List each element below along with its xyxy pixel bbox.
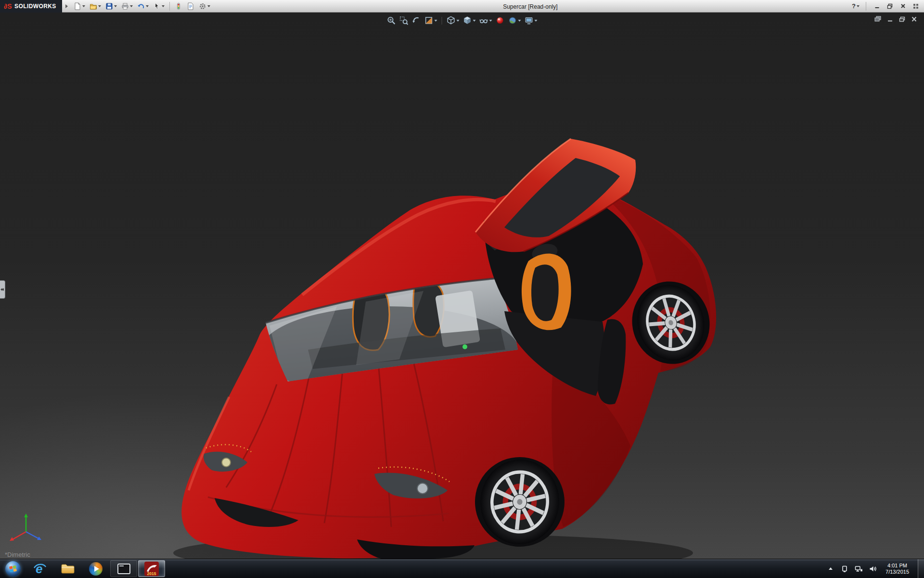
taskbar-items: e 2015 <box>26 559 166 578</box>
edit-appearance-button[interactable] <box>494 15 506 26</box>
chevron-down-icon[interactable] <box>146 5 149 7</box>
view-settings-monitor-icon <box>525 16 534 25</box>
chevron-down-icon[interactable] <box>518 20 521 22</box>
selection-highlight <box>462 344 467 349</box>
close-button[interactable] <box>898 2 907 11</box>
taskbar-item-solidworks-2015[interactable]: 2015 <box>138 560 165 577</box>
toolbar-separator <box>442 17 442 25</box>
section-view-button[interactable] <box>423 15 439 26</box>
taskbar-clock[interactable]: 4:01 PM 7/13/2015 <box>882 563 912 575</box>
rebuild-button[interactable] <box>173 1 184 12</box>
car-body[interactable] <box>181 184 716 559</box>
chevron-down-icon[interactable] <box>82 5 85 7</box>
taskbar-item-internet-explorer[interactable]: e <box>26 560 53 577</box>
taskbar-item-windows-media-player[interactable] <box>82 560 109 577</box>
close-icon <box>911 16 917 22</box>
svg-text:e: e <box>36 562 42 576</box>
new-document-icon <box>74 2 81 10</box>
view-orientation-cube-icon <box>447 16 456 25</box>
previous-view-icon <box>412 16 421 25</box>
minimize-icon <box>887 16 893 22</box>
rebuild-traffic-light-icon <box>175 2 182 10</box>
brand-text: SOLIDWORKS <box>14 3 56 10</box>
heads-up-view-toolbar <box>385 15 539 26</box>
show-desktop-button[interactable] <box>918 559 924 578</box>
hide-show-items-button[interactable] <box>478 15 494 26</box>
clock-date: 7/13/2015 <box>886 569 909 575</box>
section-view-icon <box>424 16 434 25</box>
undo-button[interactable] <box>136 1 150 12</box>
supercar-model[interactable] <box>0 13 924 559</box>
show-hidden-icons-button[interactable] <box>826 563 835 575</box>
print-button[interactable] <box>120 1 134 12</box>
folder-icon <box>61 563 75 575</box>
zoom-to-area-icon <box>399 16 409 25</box>
svg-text:2015: 2015 <box>147 571 156 576</box>
file-properties-button[interactable] <box>185 1 196 12</box>
windows-orb-icon <box>5 561 21 577</box>
zoom-to-fit-button[interactable] <box>385 15 398 26</box>
feature-tree-collapse-tab[interactable] <box>0 280 5 299</box>
view-settings-button[interactable] <box>523 15 539 26</box>
select-button[interactable] <box>152 1 166 12</box>
restore-button[interactable] <box>886 2 894 11</box>
titlebar-toolbar <box>71 1 213 12</box>
chevron-down-icon[interactable] <box>457 20 460 22</box>
window-controls: ? <box>848 2 924 11</box>
apps-grid-button[interactable] <box>911 2 920 11</box>
internet-explorer-icon: e <box>33 562 47 576</box>
chevron-down-icon[interactable] <box>98 5 101 7</box>
solidworks-logo[interactable]: ∂S SOLIDWORKS <box>0 0 62 13</box>
apply-scene-globe-icon <box>508 16 517 25</box>
new-document-button[interactable] <box>72 1 87 12</box>
menu-expand-icon[interactable] <box>65 4 68 8</box>
save-button[interactable] <box>104 1 118 12</box>
hide-show-glasses-icon <box>479 16 488 25</box>
system-tray: 4:01 PM 7/13/2015 <box>826 559 924 578</box>
chevron-down-icon[interactable] <box>207 5 210 7</box>
command-prompt-icon <box>117 564 130 574</box>
chevron-down-icon[interactable] <box>162 5 165 7</box>
edit-appearance-sphere-icon <box>496 16 505 25</box>
cascade-windows-button[interactable] <box>873 15 882 23</box>
options-button[interactable] <box>197 1 212 12</box>
solidworks-logo-mark-icon: ∂S <box>4 2 12 10</box>
options-gear-icon <box>199 2 206 10</box>
chevron-down-icon[interactable] <box>435 20 437 22</box>
select-cursor-icon <box>153 2 161 10</box>
minimize-document-button[interactable] <box>886 15 894 23</box>
restore-icon <box>887 3 893 9</box>
driver-seat-inner <box>531 264 559 321</box>
network-icon[interactable] <box>854 563 863 575</box>
solidworks-app-icon: 2015 <box>144 562 159 576</box>
help-button[interactable]: ? <box>852 2 860 11</box>
apply-scene-button[interactable] <box>507 15 523 26</box>
chevron-down-icon[interactable] <box>857 5 860 7</box>
taskbar-item-command-prompt[interactable] <box>110 560 137 577</box>
chevron-down-icon[interactable] <box>473 20 476 22</box>
chevron-down-icon[interactable] <box>489 20 492 22</box>
file-properties-icon <box>187 2 194 10</box>
view-orientation-button[interactable] <box>445 15 461 26</box>
tray-device-icon[interactable] <box>840 563 849 575</box>
print-icon <box>121 2 129 10</box>
viewport-3d[interactable]: *Dimetric <box>0 13 924 559</box>
close-document-button[interactable] <box>910 15 918 23</box>
toolbar-separator <box>866 2 866 11</box>
start-button[interactable] <box>0 559 26 578</box>
zoom-to-area-button[interactable] <box>398 15 410 26</box>
zoom-to-fit-icon <box>387 16 396 25</box>
chevron-down-icon[interactable] <box>130 5 133 7</box>
display-style-button[interactable] <box>462 15 477 26</box>
open-button[interactable] <box>88 1 103 12</box>
minimize-button[interactable] <box>873 2 881 11</box>
previous-view-button[interactable] <box>411 15 423 26</box>
chevron-down-icon[interactable] <box>535 20 538 22</box>
save-floppy-icon <box>105 2 113 10</box>
taskbar-item-windows-explorer[interactable] <box>54 560 81 577</box>
chevron-down-icon[interactable] <box>114 5 117 7</box>
volume-icon[interactable] <box>868 563 877 575</box>
restore-document-button[interactable] <box>898 15 906 23</box>
toolbar-separator <box>169 2 170 11</box>
cascade-windows-icon <box>874 16 881 22</box>
